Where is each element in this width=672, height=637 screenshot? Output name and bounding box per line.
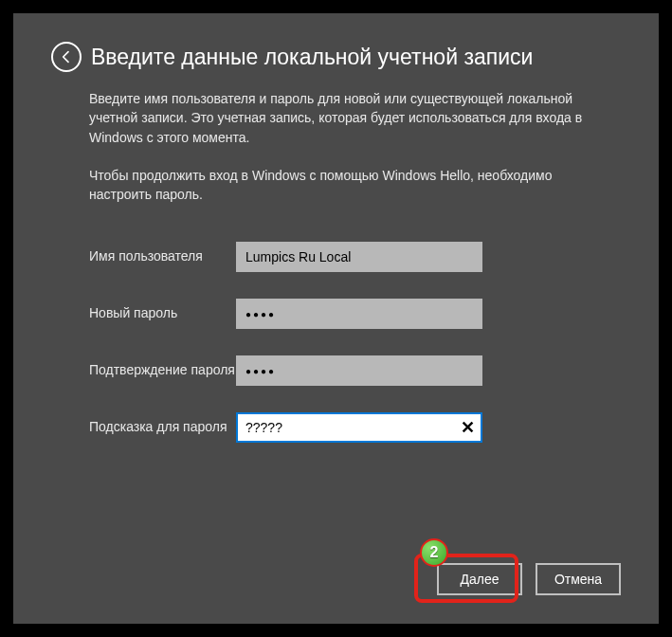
newpass-label: Новый пароль (89, 299, 236, 321)
clear-hint-button[interactable]: ✕ (456, 416, 479, 439)
note-text: Чтобы продолжить вход в Windows с помощь… (89, 166, 601, 205)
page-title: Введите данные локальной учетной записи (91, 45, 533, 70)
dialog-header: Введите данные локальной учетной записи (51, 42, 621, 72)
username-input[interactable] (236, 242, 482, 272)
hint-input-wrap: ✕ (236, 412, 482, 443)
confirm-input-wrap (236, 355, 482, 386)
arrow-left-icon (59, 49, 74, 64)
close-icon: ✕ (461, 417, 475, 438)
username-label: Имя пользователя (89, 242, 236, 264)
confirm-input[interactable] (236, 355, 482, 386)
next-button[interactable]: Далее (437, 563, 522, 595)
cancel-button[interactable]: Отмена (536, 563, 621, 595)
username-input-wrap (236, 242, 482, 272)
row-hint: Подсказка для пароля ✕ (89, 412, 621, 443)
newpass-input[interactable] (236, 299, 482, 329)
newpass-input-wrap (236, 299, 482, 329)
local-account-dialog: Введите данные локальной учетной записи … (13, 13, 659, 624)
hint-label: Подсказка для пароля (89, 412, 236, 435)
description-text: Введите имя пользователя и пароль для но… (89, 89, 601, 147)
row-confirm: Подтверждение пароля (89, 355, 621, 386)
row-username: Имя пользователя (89, 242, 621, 272)
confirm-label: Подтверждение пароля (89, 355, 236, 378)
row-newpass: Новый пароль (89, 299, 621, 329)
back-button[interactable] (51, 42, 82, 72)
annotation-badge-2: 2 (420, 538, 448, 567)
account-form: Имя пользователя Новый пароль Подтвержде… (89, 242, 621, 443)
dialog-footer: Далее Отмена (437, 563, 621, 595)
hint-input[interactable] (236, 412, 482, 443)
